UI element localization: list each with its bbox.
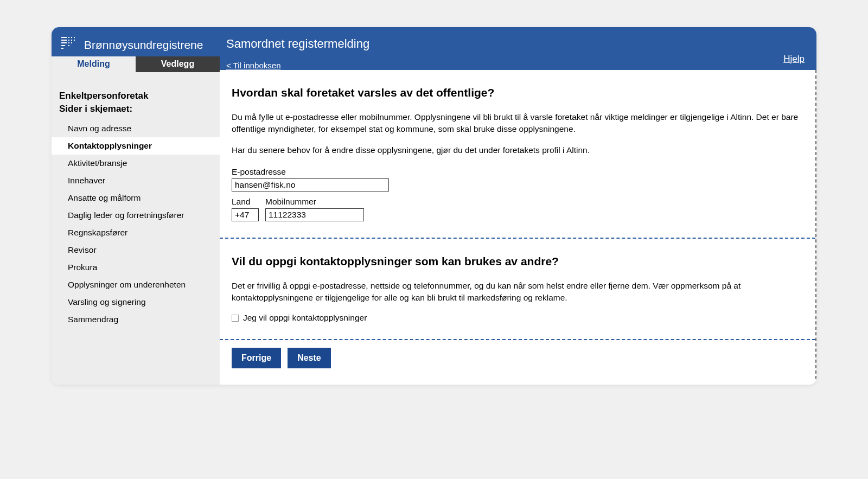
app-title: Samordnet registermelding — [226, 37, 816, 51]
country-field: Land — [232, 197, 259, 221]
svg-rect-8 — [61, 42, 67, 43]
main-content: Hvordan skal foretaket varsles av det of… — [220, 70, 816, 385]
svg-rect-3 — [74, 37, 75, 38]
svg-rect-6 — [71, 40, 72, 41]
svg-rect-1 — [68, 37, 69, 38]
svg-rect-2 — [71, 37, 72, 38]
brand-block: Brønnøysundregistrene — [52, 27, 220, 59]
tabs: Melding Vedlegg — [52, 56, 220, 72]
tab-melding[interactable]: Melding — [52, 56, 136, 72]
contact-checkbox[interactable] — [232, 315, 239, 322]
svg-rect-7 — [74, 40, 75, 41]
section-contact-heading: Vil du oppgi kontaktopplysninger som kan… — [232, 255, 803, 268]
nav-item-innehaver[interactable]: Innehaver — [52, 172, 220, 189]
sidebar: Enkeltpersonforetak Sider i skjemaet: Na… — [52, 70, 220, 385]
nav-item-prokura[interactable]: Prokura — [52, 259, 220, 276]
help-link[interactable]: Hjelp — [783, 54, 805, 65]
sidebar-subtitle: Sider i skjemaet: — [52, 104, 220, 120]
section-contact: Vil du oppgi kontaktopplysninger som kan… — [220, 239, 815, 339]
header-bar: Brønnøysundregistrene Samordnet register… — [52, 27, 816, 70]
nav-item-revisor[interactable]: Revisor — [52, 241, 220, 259]
nav-item-ansatte-malform[interactable]: Ansatte og målform — [52, 189, 220, 207]
nav-item-regnskapsforer[interactable]: Regnskapsfører — [52, 224, 220, 241]
section-notify-heading: Hvordan skal foretaket varsles av det of… — [232, 86, 803, 99]
next-button[interactable]: Neste — [288, 348, 331, 368]
nav-item-sammendrag[interactable]: Sammendrag — [52, 311, 220, 328]
svg-rect-11 — [61, 45, 65, 46]
inbox-link[interactable]: < Til innboksen — [226, 61, 280, 70]
app-window: Brønnøysundregistrene Samordnet register… — [52, 27, 816, 385]
brand-logo-icon — [61, 37, 76, 53]
mobile-field: Mobilnummer — [265, 197, 364, 221]
svg-rect-0 — [61, 37, 67, 38]
mobil-label: Mobilnummer — [265, 197, 364, 207]
section-notify-p1: Du må fylle ut e-postadresse eller mobil… — [232, 111, 803, 135]
phone-field-group: Land Mobilnummer — [232, 197, 803, 221]
button-row: Forrige Neste — [220, 339, 815, 385]
svg-rect-4 — [61, 40, 67, 41]
brand-name: Brønnøysundregistrene — [84, 39, 203, 52]
section-notify-p2: Har du senere behov for å endre disse op… — [232, 144, 803, 156]
prev-button[interactable]: Forrige — [232, 348, 281, 368]
contact-checkbox-row: Jeg vil oppgi kontaktopplysninger — [232, 313, 803, 323]
email-field-group: E-postadresse — [232, 167, 803, 191]
email-label: E-postadresse — [232, 167, 803, 177]
nav-item-kontaktopplysninger[interactable]: Kontaktopplysninger — [52, 137, 220, 155]
land-input[interactable] — [232, 208, 259, 221]
nav-item-underenheten[interactable]: Opplysninger om underenheten — [52, 276, 220, 293]
svg-rect-5 — [68, 40, 69, 41]
section-contact-p1: Det er frivillig å oppgi e-postadresse, … — [232, 280, 803, 303]
sidebar-title: Enkeltpersonforetak — [52, 91, 220, 104]
body: Enkeltpersonforetak Sider i skjemaet: Na… — [52, 70, 816, 385]
header-middle: Samordnet registermelding < Til innbokse… — [220, 27, 816, 70]
svg-rect-12 — [68, 45, 69, 46]
nav-item-aktivitet-bransje[interactable]: Aktivitet/bransje — [52, 155, 220, 172]
mobil-input[interactable] — [265, 208, 364, 221]
section-notify: Hvordan skal foretaket varsles av det of… — [220, 70, 815, 238]
svg-rect-10 — [71, 42, 72, 43]
tab-vedlegg[interactable]: Vedlegg — [136, 56, 220, 72]
land-label: Land — [232, 197, 259, 207]
nav-item-navn-adresse[interactable]: Navn og adresse — [52, 120, 220, 137]
nav-item-daglig-leder[interactable]: Daglig leder og forretningsfører — [52, 207, 220, 224]
svg-rect-9 — [68, 42, 69, 43]
email-input[interactable] — [232, 178, 389, 191]
svg-rect-13 — [61, 48, 63, 49]
contact-checkbox-label: Jeg vil oppgi kontaktopplysninger — [243, 313, 367, 323]
nav-item-varsling-signering[interactable]: Varsling og signering — [52, 293, 220, 311]
